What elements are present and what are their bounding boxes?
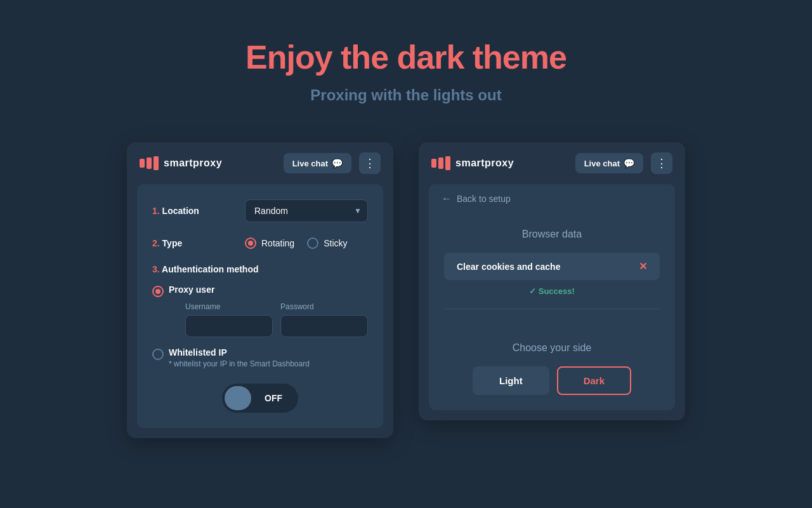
proxy-user-content: Proxy user Username Password (169, 284, 368, 337)
rotating-label: Rotating (261, 238, 294, 248)
back-arrow-icon: ← (442, 193, 452, 204)
browser-data-title: Browser data (444, 229, 660, 240)
location-select-wrapper: Random ▼ (245, 199, 368, 222)
right-logo-text: smartproxy (455, 157, 514, 169)
location-row: 1. Location Random ▼ (152, 199, 368, 222)
left-card: smartproxy Live chat 💬 ⋮ 1. Location Ran… (127, 142, 393, 438)
clear-cache-label: Clear cookies and cache (457, 262, 560, 272)
password-input[interactable] (280, 315, 368, 337)
right-card-body: ← Back to setup Browser data Clear cooki… (429, 184, 675, 410)
type-name: Type (162, 238, 183, 248)
choose-side-title: Choose your side (444, 342, 660, 354)
whitelisted-ip-radio[interactable] (152, 349, 164, 360)
whitelisted-ip-content: Whitelisted IP * whitelist your IP in th… (169, 347, 310, 368)
right-logo-area: smartproxy (431, 156, 568, 170)
right-live-chat-button[interactable]: Live chat 💬 (575, 153, 643, 173)
location-label: 1. Location (152, 206, 235, 216)
right-live-chat-label: Live chat (584, 159, 620, 168)
toggle-text: OFF (251, 393, 296, 403)
credentials-row: Username Password (185, 302, 368, 337)
browser-data-section: Browser data Clear cookies and cache ✕ ✓… (429, 213, 675, 332)
sticky-label: Sticky (324, 238, 347, 248)
right-logo-bar-1 (431, 159, 436, 168)
location-select[interactable]: Random (245, 199, 368, 222)
whitelisted-ip-label: Whitelisted IP (169, 347, 310, 358)
left-logo-area: smartproxy (140, 156, 276, 170)
clear-cache-button[interactable]: Clear cookies and cache ✕ (444, 253, 660, 280)
rotating-radio-outer (245, 237, 256, 249)
left-card-body: 1. Location Random ▼ 2. Type (137, 184, 383, 428)
section-divider (444, 309, 660, 309)
toggle-container: OFF (152, 384, 368, 413)
side-buttons: Light Dark (444, 366, 660, 395)
proxy-user-label: Proxy user (169, 284, 368, 295)
page-title: Enjoy the dark theme (246, 38, 566, 76)
left-card-header: smartproxy Live chat 💬 ⋮ (127, 142, 393, 184)
type-step: 2. (152, 238, 160, 248)
whitelisted-ip-note: * whitelist your IP in the Smart Dashboa… (169, 359, 310, 368)
dark-button[interactable]: Dark (557, 366, 631, 395)
auth-label-text: Authentication method (162, 264, 258, 274)
left-live-chat-label: Live chat (292, 159, 328, 168)
type-row: 2. Type Rotating Sticky (152, 237, 368, 249)
left-logo-icon (140, 156, 159, 170)
type-label: 2. Type (152, 238, 235, 248)
username-label: Username (185, 302, 273, 311)
left-logo-text: smartproxy (164, 157, 222, 169)
right-logo-icon (431, 156, 450, 170)
back-label: Back to setup (457, 194, 511, 204)
right-chat-icon: 💬 (624, 158, 634, 168)
light-button[interactable]: Light (473, 366, 549, 395)
sticky-radio-label[interactable]: Sticky (307, 237, 347, 249)
password-field: Password (280, 302, 368, 337)
choose-side-section: Choose your side Light Dark (429, 332, 675, 410)
left-chat-icon: 💬 (332, 158, 343, 168)
left-live-chat-button[interactable]: Live chat 💬 (284, 153, 351, 173)
right-logo-bar-3 (445, 156, 450, 170)
type-radio-group: Rotating Sticky (245, 237, 348, 249)
logo-bar-3 (154, 156, 159, 170)
auth-step: 3. (152, 264, 160, 274)
auth-title: 3. Authentication method (152, 264, 368, 274)
back-to-setup-link[interactable]: ← Back to setup (429, 184, 675, 213)
logo-bar-2 (147, 157, 152, 169)
logo-bar-1 (140, 159, 145, 168)
right-card-header: smartproxy Live chat 💬 ⋮ (419, 142, 685, 184)
rotating-radio-inner (248, 241, 253, 246)
right-more-button[interactable]: ⋮ (651, 152, 672, 174)
right-logo-bar-2 (438, 157, 443, 169)
auth-section: 3. Authentication method Proxy user (152, 264, 368, 368)
location-step: 1. (152, 206, 160, 216)
left-more-button[interactable]: ⋮ (359, 152, 381, 174)
success-text: ✓ Success! (444, 286, 660, 296)
whitelisted-ip-option: Whitelisted IP * whitelist your IP in th… (152, 347, 368, 368)
username-field: Username (185, 302, 273, 337)
proxy-user-radio-inner (155, 289, 160, 294)
proxy-user-option: Proxy user Username Password (152, 284, 368, 337)
page-subtitle: Proxing with the lights out (310, 86, 501, 104)
clear-cache-x-icon: ✕ (639, 260, 647, 272)
right-card: smartproxy Live chat 💬 ⋮ ← Back to setup… (419, 142, 685, 420)
sticky-radio-outer (307, 237, 318, 249)
username-input[interactable] (185, 315, 273, 337)
toggle-knob (225, 386, 251, 410)
cards-container: smartproxy Live chat 💬 ⋮ 1. Location Ran… (127, 142, 685, 438)
location-name: Location (162, 206, 199, 216)
rotating-radio-label[interactable]: Rotating (245, 237, 294, 249)
toggle-wrapper[interactable]: OFF (222, 384, 298, 413)
password-label: Password (280, 302, 368, 311)
proxy-user-radio[interactable] (152, 286, 164, 297)
